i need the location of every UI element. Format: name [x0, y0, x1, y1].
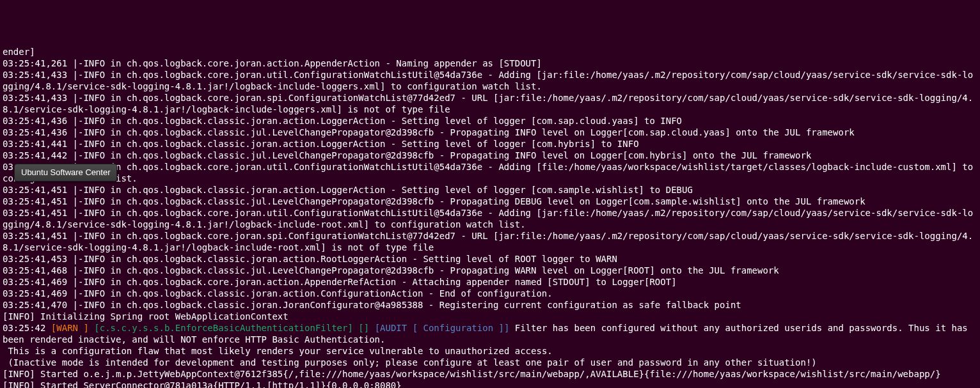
log-line: [INFO] Started o.e.j.m.p.JettyWebAppCont… — [3, 368, 977, 380]
log-line: 03:25:41,433 |-INFO in ch.qos.logback.co… — [3, 92, 977, 115]
log-line: This is a configuration flaw that most l… — [3, 345, 977, 357]
log-line: 03:25:41,442 |-INFO in ch.qos.logback.cl… — [3, 150, 977, 161]
log-line: [INFO] Initializing Spring root WebAppli… — [3, 311, 977, 322]
log-line: 03:25:41,446 |-INFO in ch.qos.logback.co… — [3, 161, 977, 184]
tooltip-label: Ubuntu Software Center — [21, 167, 110, 177]
log-line: ender] — [3, 46, 977, 58]
log-line: 03:25:41,451 |-INFO in ch.qos.logback.cl… — [3, 196, 977, 207]
log-segment — [369, 323, 374, 333]
log-segment-logger-class: [] — [358, 323, 369, 333]
log-segment: 03:25:42 — [3, 323, 51, 333]
log-line: 03:25:41,451 |-INFO in ch.qos.logback.co… — [3, 230, 977, 253]
log-line: 03:25:41,436 |-INFO in ch.qos.logback.cl… — [3, 115, 977, 127]
log-line: 03:25:41,453 |-INFO in ch.qos.logback.cl… — [3, 253, 977, 265]
log-line: 03:25:41,451 |-INFO in ch.qos.logback.co… — [3, 207, 977, 230]
log-line: 03:25:41,451 |-INFO in ch.qos.logback.cl… — [3, 184, 977, 196]
log-segment-audit: [AUDIT [ Configuration ]] — [375, 323, 510, 333]
log-line: 03:25:42 [WARN ] [c.s.c.y.s.s.b.EnforceB… — [3, 322, 977, 345]
log-line: 03:25:41,433 |-INFO in ch.qos.logback.co… — [3, 69, 977, 92]
log-line: [INFO] Started ServerConnector@781a013a{… — [3, 380, 977, 388]
log-line: 03:25:41,441 |-INFO in ch.qos.logback.cl… — [3, 138, 977, 150]
log-segment-logger-class: [c.s.c.y.s.s.b.EnforceBasicAuthenticatio… — [94, 323, 353, 333]
tooltip-ubuntu-software-center: Ubuntu Software Center — [14, 164, 117, 182]
log-line: 03:25:41,436 |-INFO in ch.qos.logback.cl… — [3, 127, 977, 138]
log-line: 03:25:41,469 |-INFO in ch.qos.logback.cl… — [3, 288, 977, 299]
log-line: (Inactive mode is intended for developme… — [3, 357, 977, 368]
log-segment-warn: [WARN ] — [51, 323, 89, 333]
log-line: 03:25:41,469 |-INFO in ch.qos.logback.co… — [3, 276, 977, 288]
log-line: 03:25:41,261 |-INFO in ch.qos.logback.co… — [3, 58, 977, 69]
terminal-output[interactable]: ender]03:25:41,261 |-INFO in ch.qos.logb… — [3, 46, 977, 388]
log-line: 03:25:41,468 |-INFO in ch.qos.logback.cl… — [3, 265, 977, 276]
log-line: 03:25:41,470 |-INFO in ch.qos.logback.cl… — [3, 299, 977, 311]
